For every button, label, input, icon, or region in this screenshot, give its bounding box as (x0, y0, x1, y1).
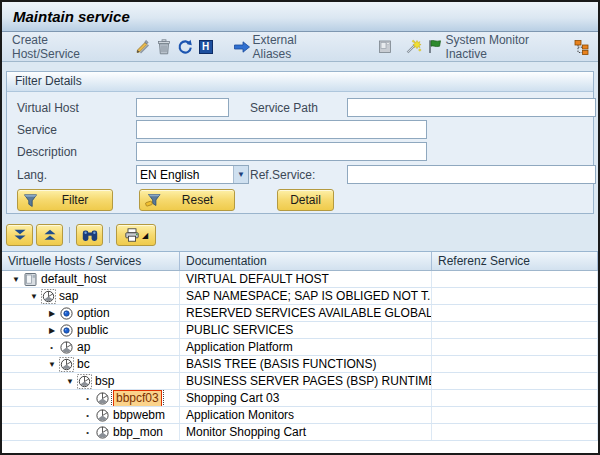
expand-marker[interactable]: ▼ (46, 360, 58, 369)
column-header-hosts-services[interactable]: Virtuelle Hosts / Services (2, 252, 180, 270)
ref-service-cell (432, 322, 598, 338)
edit-icon[interactable] (132, 36, 153, 58)
node-name[interactable]: option (77, 306, 110, 321)
language-label: Lang. (17, 168, 47, 182)
node-cell: ▼ sap (2, 288, 180, 304)
delete-icon[interactable] (153, 36, 174, 58)
node-cell: ▼ bsp (2, 373, 180, 389)
filter-details-panel: Filter Details Virtual Host Service Path… (6, 71, 594, 214)
table-row[interactable]: ▼ bsp BUSINESS SERVER PAGES (BSP) RUNTIM… (2, 373, 598, 390)
print-button[interactable]: ◢ (116, 224, 156, 246)
node-name[interactable]: public (77, 323, 108, 338)
detail-button-label: Detail (278, 193, 333, 207)
table-row[interactable]: · bbp_mon Monitor Shopping Cart (2, 424, 598, 441)
reset-button-label: Reset (161, 193, 234, 207)
detail-button[interactable]: Detail (277, 189, 334, 211)
service-path-label: Service Path (250, 101, 318, 115)
service-path-input[interactable] (347, 98, 596, 117)
node-name[interactable]: bc (77, 357, 90, 372)
table-row[interactable]: ▼ bc BASIS TREE (BASIS FUNCTIONS) (2, 356, 598, 373)
refresh-icon[interactable] (174, 36, 195, 58)
expand-subtree-button[interactable] (6, 224, 33, 246)
node-name[interactable]: bbpwebm (113, 408, 165, 423)
expand-marker[interactable]: · (46, 340, 58, 355)
table-row[interactable]: ▶ option RESERVED SERVICES AVAILABLE GLO… (2, 305, 598, 322)
filter-details-body: Virtual Host Service Path Service Descri… (7, 92, 593, 213)
node-name[interactable]: bbp_mon (113, 425, 163, 440)
hierarchy-icon[interactable] (571, 36, 592, 58)
find-button[interactable] (76, 224, 103, 246)
table-row[interactable]: ▶ public PUBLIC SERVICES (2, 322, 598, 339)
node-name[interactable]: default_host (41, 272, 106, 287)
description-input[interactable] (136, 142, 427, 161)
double-up-icon (43, 229, 57, 241)
printer-icon (124, 228, 140, 242)
column-header-documentation[interactable]: Documentation (180, 252, 432, 270)
system-monitor-label: System Monitor Inactive (446, 33, 568, 61)
documentation-cell: BASIS TREE (BASIS FUNCTIONS) (180, 356, 432, 372)
node-name[interactable]: sap (59, 289, 78, 304)
wizard-wand-icon[interactable] (403, 36, 424, 58)
service-icon (94, 408, 110, 423)
node-name[interactable]: bsp (95, 374, 114, 389)
node-cell: ▶ public (2, 322, 180, 338)
table-row[interactable]: ▼ sap SAP NAMESPACE; SAP IS OBLIGED NOT … (2, 288, 598, 305)
filter-details-title: Filter Details (7, 72, 593, 92)
ref-service-cell (432, 373, 598, 389)
expand-marker[interactable]: ▼ (28, 292, 40, 301)
binoculars-icon (82, 229, 98, 242)
documentation-cell: PUBLIC SERVICES (180, 322, 432, 338)
reset-button[interactable]: Reset (139, 189, 235, 211)
filter-button[interactable]: Filter (17, 189, 113, 211)
reference-icon (58, 323, 74, 338)
documentation-cell: Application Monitors (180, 407, 432, 423)
service-label: Service (17, 123, 57, 137)
expand-marker[interactable]: ▼ (64, 377, 76, 386)
expand-marker[interactable]: ▶ (46, 309, 58, 318)
table-row[interactable]: · bbpwebm Application Monitors (2, 407, 598, 424)
collapse-subtree-button[interactable] (36, 224, 63, 246)
table-row[interactable]: · ap Application Platform (2, 339, 598, 356)
service-input[interactable] (136, 120, 427, 139)
node-name[interactable]: bbpcf03 (113, 390, 162, 406)
node-cell: · ap (2, 339, 180, 355)
documentation-cell: Monitor Shopping Cart (180, 424, 432, 440)
service-icon (58, 340, 74, 355)
table-row[interactable]: ▼ default_host VIRTUAL DEFAULT HOST (2, 271, 598, 288)
table-row[interactable]: · bbpcf03 Shopping Cart 03 (2, 390, 598, 407)
sap-window: Maintain service Create Host/Service H E… (0, 0, 600, 455)
language-value: EN English (137, 168, 233, 182)
double-down-icon (13, 229, 27, 241)
legend-h-glyph: H (199, 40, 213, 54)
funnel-reset-icon (145, 193, 161, 208)
ref-service-cell (432, 305, 598, 321)
ref-service-cell (432, 390, 598, 406)
tree-toolbar: ◢ (6, 223, 598, 247)
external-aliases-button[interactable]: External Aliases (230, 31, 337, 63)
node-name[interactable]: ap (77, 340, 90, 355)
print-menu-arrow-icon[interactable]: ◢ (142, 231, 148, 240)
create-host-service-button[interactable]: Create Host/Service (8, 31, 119, 63)
filter-button-label: Filter (38, 193, 112, 207)
tree-table-body: ▼ default_host VIRTUAL DEFAULT HOST ▼ sa… (2, 271, 598, 453)
system-monitor-button[interactable]: System Monitor Inactive (424, 31, 571, 63)
app-toolbar: Create Host/Service H External Aliases (2, 32, 598, 62)
column-header-referenz-service[interactable]: Referenz Service (432, 252, 598, 270)
documentation-cell: RESERVED SERVICES AVAILABLE GLOBALLY (180, 305, 432, 321)
expand-marker[interactable]: ▶ (46, 326, 58, 335)
ref-service-cell (432, 407, 598, 423)
language-select[interactable]: EN English ▼ (136, 165, 249, 184)
virtual-host-label: Virtual Host (17, 101, 79, 115)
description-label: Description (17, 145, 77, 159)
expand-marker[interactable]: · (82, 391, 94, 406)
service-icon (40, 289, 56, 304)
ref-service-cell (432, 271, 598, 287)
node-cell: ▶ option (2, 305, 180, 321)
ref-service-input[interactable] (347, 165, 596, 184)
node-cell: · bbp_mon (2, 424, 180, 440)
expand-marker[interactable]: ▼ (10, 275, 22, 284)
legend-icon[interactable]: H (195, 36, 216, 58)
virtual-host-input[interactable] (136, 98, 229, 117)
expand-marker[interactable]: · (82, 425, 94, 440)
expand-marker[interactable]: · (82, 408, 94, 423)
